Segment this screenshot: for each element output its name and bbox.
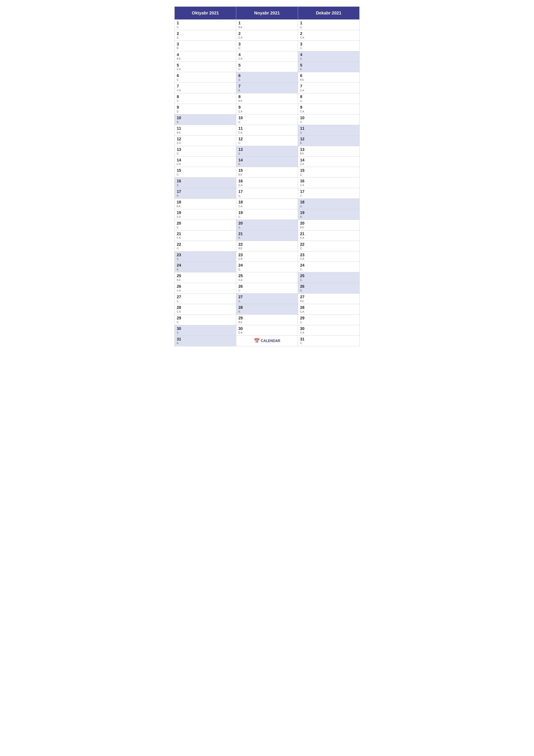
day-label: Ç.A [177, 141, 234, 145]
day-cell-m1-d9: 9Ş. [175, 104, 236, 114]
day-number: 19 [238, 210, 295, 215]
day-label: Ş. [238, 226, 295, 229]
day-cell-m1-d21: 21C.A [175, 230, 236, 241]
day-row-21: 21C.A21B.21Ç.A [175, 230, 360, 241]
day-number: 5 [300, 63, 357, 68]
day-cell-m3-d13: 13B.E [298, 146, 360, 156]
day-number: 5 [238, 63, 295, 68]
day-cell-m1-d24: 24B. [175, 262, 236, 272]
day-cell-m1-d18: 18B.E [175, 199, 236, 209]
day-cell-m2-d25: 25C.A [236, 272, 298, 283]
day-cell-m2-d15: 15B.E [236, 167, 298, 177]
day-label: Ç.A [238, 331, 295, 334]
day-cell-m3-d16: 16C.A [298, 177, 360, 188]
day-number: 22 [300, 242, 357, 247]
day-label: C. [300, 46, 357, 50]
day-cell-m3-d3: 3C. [298, 41, 360, 51]
day-label: B. [238, 162, 295, 166]
day-cell-m1-d26: 26Ç.A [175, 283, 236, 293]
day-number: 30 [238, 327, 295, 331]
day-cell-m1-d5: 5Ç.A [175, 62, 236, 72]
day-label: B.E [300, 226, 357, 229]
day-number: 10 [238, 116, 295, 121]
day-cell-m2-d17: 17Ç. [236, 188, 298, 199]
day-number: 31 [300, 337, 357, 342]
month-header-dec: Dekabr 2021 [298, 7, 360, 20]
day-label: Ç. [238, 268, 295, 271]
day-label: B. [177, 46, 234, 50]
day-cell-m3-d24: 24C. [298, 262, 360, 272]
day-cell-m3-d21: 21Ç.A [298, 230, 360, 241]
day-number: 11 [238, 126, 295, 131]
day-label: C.A [300, 36, 357, 39]
day-number: 28 [300, 305, 357, 310]
day-cell-m3-d30: 30C.A [298, 325, 360, 336]
day-label: B.E [177, 205, 234, 208]
day-label: Ç. [300, 247, 357, 250]
day-row-6: 6Ç.6Ş.6B.E [175, 72, 360, 83]
day-row-7: 7C.A7B.7Ç.A [175, 83, 360, 93]
day-cell-m1-d19: 19Ç.A [175, 209, 236, 220]
day-number: 3 [300, 42, 357, 47]
day-number: 29 [177, 316, 234, 321]
day-label: B.E [300, 78, 357, 81]
day-number: 13 [300, 148, 357, 152]
day-number: 27 [300, 295, 357, 300]
day-number: 19 [300, 210, 357, 215]
day-label: C. [177, 26, 234, 29]
day-number: 7 [300, 84, 357, 89]
day-label: C. [238, 68, 295, 71]
day-label: B. [300, 215, 357, 218]
day-cell-m1-d25: 25B.E [175, 272, 236, 283]
calendar-logo: 📅 CALENDAR [254, 338, 280, 344]
day-cell-m1-d31: 31B. [175, 336, 236, 346]
day-label: C. [300, 268, 357, 271]
day-number: 30 [177, 327, 234, 331]
day-label: C.A [177, 162, 234, 166]
day-number: 25 [238, 274, 295, 279]
day-number: 23 [238, 253, 295, 257]
day-cell-m1-d2: 2Ş. [175, 30, 236, 40]
day-cell-m1-d8: 8C. [175, 93, 236, 104]
day-number: 2 [238, 32, 295, 36]
day-number: 25 [300, 274, 357, 279]
day-label: Ç.A [238, 36, 295, 39]
day-cell-m3-d28: 28Ç.A [298, 304, 360, 314]
day-cell-m2-d20: 20Ş. [236, 220, 298, 230]
day-label: C. [177, 247, 234, 250]
day-label: C. [300, 341, 357, 345]
day-cell-m1-d23: 23Ş. [175, 252, 236, 262]
day-number: 24 [300, 263, 357, 268]
day-row-28: 28C.A28B.28Ç.A [175, 304, 360, 315]
day-number: 11 [177, 126, 234, 131]
day-cell-m3-d20: 20B.E [298, 220, 360, 230]
day-cell-m1-d27: 27Ç. [175, 293, 236, 304]
day-number: 29 [238, 316, 295, 321]
day-number: 28 [238, 305, 295, 310]
day-label: C.A [300, 257, 357, 260]
day-cell-m1-d15: 15C. [175, 167, 236, 177]
day-label: Ş. [177, 331, 234, 334]
day-number: 13 [177, 148, 234, 152]
day-row-14: 14C.A14B.14Ç.A [175, 157, 360, 167]
day-cell-m2-d8: 8B.E [236, 93, 298, 104]
day-cell-m1-d29: 29C. [175, 315, 236, 325]
day-row-25: 25B.E25C.A25Ş. [175, 272, 360, 283]
day-number: 11 [300, 126, 357, 131]
day-cell-m3-d27: 27B.E [298, 293, 360, 304]
day-cell-m2-d10: 10Ç. [236, 115, 298, 125]
day-number: 9 [177, 105, 234, 110]
day-number: 7 [177, 84, 234, 89]
day-cell-m3-d29: 29Ç. [298, 315, 360, 325]
day-cell-m2-d26: 26C. [236, 283, 298, 293]
day-number: 1 [238, 21, 295, 26]
day-cell-m3-d7: 7Ç.A [298, 83, 360, 93]
day-number: 15 [300, 168, 357, 173]
day-cell-m1-d17: 17B. [175, 188, 236, 199]
day-number: 21 [238, 232, 295, 236]
day-number: 20 [177, 221, 234, 226]
day-label: Ç. [238, 194, 295, 197]
day-cell-m2-d2: 2Ç.A [236, 30, 298, 40]
day-number: 10 [177, 116, 234, 121]
day-number: 5 [177, 63, 234, 68]
